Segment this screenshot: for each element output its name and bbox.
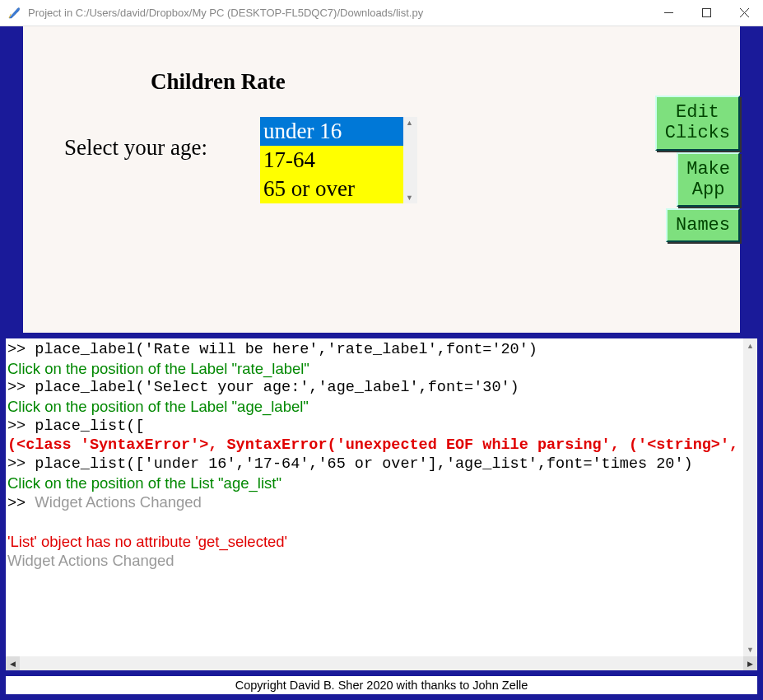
console-line: Click on the position of the Label "rate… <box>7 359 743 378</box>
console-text: Widget Actions Changed <box>35 493 202 511</box>
app-icon <box>7 6 21 21</box>
list-item[interactable]: 17-64 <box>260 146 403 175</box>
age-listbox-wrap: under 16 17-64 65 or over ▲ ▼ <box>260 117 417 203</box>
age-listbox[interactable]: under 16 17-64 65 or over <box>260 117 403 203</box>
close-button[interactable] <box>725 0 763 26</box>
chevron-up-icon[interactable]: ▲ <box>406 119 413 127</box>
side-buttons: Edit Clicks Make App Names <box>655 96 740 244</box>
chevron-down-icon[interactable]: ▼ <box>743 642 757 656</box>
maximize-button[interactable] <box>687 0 725 26</box>
listbox-scrollbar[interactable]: ▲ ▼ <box>403 117 417 203</box>
make-app-button[interactable]: Make App <box>677 152 740 208</box>
svg-rect-1 <box>702 9 710 17</box>
window-controls <box>649 0 763 26</box>
console-area: >> place_label('Rate will be here','rate… <box>6 338 757 670</box>
footer-text: Copyright David B. Sher 2020 with thanks… <box>6 676 757 694</box>
console-line: >> place_list(['under 16','17-64','65 or… <box>7 455 743 474</box>
app-body: Children Rate Select your age: under 16 … <box>0 26 763 700</box>
console-line: >> place_label('Select your age:','age_l… <box>7 378 743 397</box>
console-line: Click on the position of the List "age_l… <box>7 474 743 492</box>
console-line: >> place_list([ <box>7 417 743 436</box>
minimize-button[interactable] <box>649 0 687 26</box>
chevron-left-icon[interactable]: ◀ <box>6 656 20 670</box>
canvas-area: Children Rate Select your age: under 16 … <box>23 26 740 333</box>
window-title: Project in C:/Users/david/Dropbox/My PC … <box>28 7 649 19</box>
console-line <box>7 513 743 532</box>
console-line: 'List' object has no attribute 'get_sele… <box>7 532 743 551</box>
chevron-up-icon[interactable]: ▲ <box>743 338 757 352</box>
console-output[interactable]: >> place_label('Rate will be here','rate… <box>7 338 743 656</box>
console-prompt: >> <box>7 495 35 512</box>
edit-clicks-button[interactable]: Edit Clicks <box>655 96 740 151</box>
list-item[interactable]: 65 or over <box>260 175 403 203</box>
titlebar: Project in C:/Users/david/Dropbox/My PC … <box>0 0 763 26</box>
console-line: Click on the position of the Label "age_… <box>7 397 743 416</box>
console-line: >> place_label('Rate will be here','rate… <box>7 340 743 359</box>
console-line: >> Widget Actions Changed <box>7 492 743 513</box>
list-item[interactable]: under 16 <box>260 117 403 146</box>
chevron-right-icon[interactable]: ▶ <box>743 656 757 670</box>
console-line: Widget Actions Changed <box>7 551 743 570</box>
heading-label: Children Rate <box>151 69 286 95</box>
console-vscrollbar[interactable]: ▲ ▼ <box>743 338 757 656</box>
names-button[interactable]: Names <box>666 208 740 242</box>
console-hscrollbar[interactable]: ◀ ▶ <box>6 656 757 670</box>
chevron-down-icon[interactable]: ▼ <box>406 194 413 202</box>
age-label: Select your age: <box>64 135 207 161</box>
console-line: (<class 'SyntaxError'>, SyntaxError('une… <box>7 436 743 455</box>
